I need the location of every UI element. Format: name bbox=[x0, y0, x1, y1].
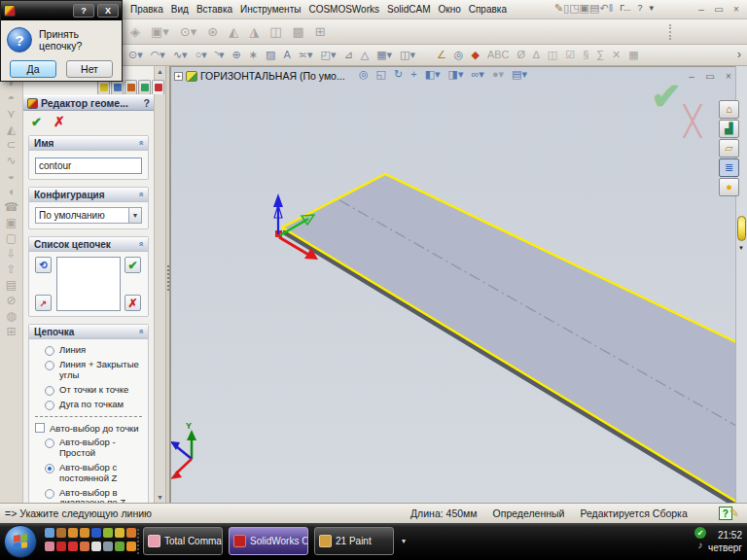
undo-chain-button[interactable]: ⟲ bbox=[35, 257, 52, 273]
quick-launch-icon[interactable] bbox=[126, 542, 136, 551]
cam-home-icon[interactable]: ⌂ bbox=[719, 100, 739, 119]
doc-restore-icon[interactable]: ▭ bbox=[703, 70, 717, 83]
tab-solidcam[interactable] bbox=[152, 80, 164, 94]
menu-item[interactable]: SolidCAM bbox=[383, 2, 434, 17]
minimize-icon[interactable]: – bbox=[694, 3, 708, 16]
cam-simulate-icon[interactable]: ⊞ bbox=[315, 25, 326, 38]
linear-pattern-icon[interactable]: ▦▾ bbox=[376, 50, 392, 60]
graphics-viewport[interactable]: Y Z X + ГОРИЗОНТАЛЬНАЯ (По умо... ◎◱↻+◧▾… bbox=[170, 66, 735, 503]
quick-launch-icon[interactable] bbox=[91, 528, 101, 538]
scroll-down-icon[interactable]: ▼ bbox=[155, 494, 165, 501]
cam-drill-icon[interactable]: ◫ bbox=[269, 25, 281, 38]
check-document-icon[interactable]: ☑ bbox=[565, 50, 575, 60]
print-icon[interactable]: ▤ bbox=[589, 3, 599, 14]
design-table-icon[interactable]: ▦ bbox=[628, 50, 638, 60]
cam-define-icon[interactable]: ◈ bbox=[130, 25, 140, 38]
feature-pattern-icon[interactable]: ▣ bbox=[6, 217, 17, 228]
delete-chain-button[interactable]: ✗ bbox=[124, 295, 141, 311]
move-up-icon[interactable]: ⇧ bbox=[6, 263, 16, 275]
cam-open-folder-icon[interactable]: ▱ bbox=[719, 139, 739, 158]
offset-entities-icon[interactable]: ⊿ bbox=[343, 50, 352, 60]
feature-tree-item[interactable]: + ГОРИЗОНТАЛЬНАЯ (По умо... bbox=[174, 70, 345, 82]
attach-icon[interactable]: ‖ bbox=[609, 3, 614, 14]
ok-icon[interactable]: ✔ bbox=[31, 115, 42, 129]
radio-option[interactable]: Авто-выбор в диапазоне по Z bbox=[45, 488, 144, 503]
toolbar-drag-handle[interactable] bbox=[669, 24, 673, 40]
equations-icon[interactable]: ∑ bbox=[596, 50, 604, 60]
quick-launch-icon[interactable] bbox=[45, 542, 54, 551]
name-input[interactable] bbox=[35, 158, 142, 174]
sketch-ellipse-icon[interactable]: ○▾ bbox=[196, 50, 207, 60]
view-orientation-icon[interactable]: ∞▾ bbox=[472, 69, 484, 80]
slope-tool-icon[interactable]: ∠ bbox=[437, 50, 446, 60]
sketch-fillet-icon[interactable]: ◝▾ bbox=[215, 50, 225, 60]
cam-gears-icon[interactable]: ⊛ bbox=[207, 25, 218, 38]
save-icon[interactable]: ▣ bbox=[580, 3, 589, 14]
pan-icon[interactable]: + bbox=[410, 69, 416, 80]
stats-icon[interactable]: § bbox=[583, 50, 588, 60]
chain-listbox[interactable] bbox=[56, 257, 121, 311]
yes-button[interactable]: Да bbox=[10, 60, 56, 78]
dialog-title-bar[interactable]: ? X bbox=[1, 1, 122, 20]
plate-face[interactable] bbox=[282, 174, 736, 501]
scroll-up-icon[interactable]: ▲ bbox=[155, 68, 165, 75]
zoom-area-icon[interactable]: ◱ bbox=[376, 69, 386, 80]
radio-icon[interactable] bbox=[45, 489, 54, 499]
menu-item[interactable]: Вид bbox=[167, 2, 193, 17]
taskbar-button[interactable]: Total Commander 7.5... bbox=[143, 527, 223, 555]
section-view-icon[interactable]: ▤ bbox=[6, 279, 17, 291]
radio-option[interactable]: От точки к точке bbox=[45, 385, 144, 396]
circle-ref-icon[interactable]: ◎ bbox=[454, 50, 464, 60]
sketch-point-icon[interactable]: ∗ bbox=[249, 50, 258, 60]
cam-target-icon[interactable]: ⊙▾ bbox=[180, 25, 196, 38]
confirm-cancel-icon[interactable]: ╳ bbox=[684, 104, 701, 138]
jump-point-button[interactable]: ↗ bbox=[35, 295, 52, 311]
help-dropdown-icon[interactable]: ▾ bbox=[649, 3, 654, 13]
toolbar-overflow-label[interactable]: Г... bbox=[620, 3, 630, 13]
panel-help-icon[interactable]: ? bbox=[144, 97, 150, 109]
smart-dimension-icon[interactable]: ≍▾ bbox=[299, 50, 313, 60]
cam-stock-icon[interactable]: ▣▾ bbox=[151, 25, 169, 38]
tab-configurations[interactable] bbox=[124, 80, 137, 94]
quick-launch-icon[interactable] bbox=[80, 542, 89, 551]
cam-simulation-icon[interactable]: ▟ bbox=[719, 120, 739, 138]
quick-launch-icon[interactable] bbox=[80, 528, 89, 538]
toolbar-overflow-icon[interactable]: › bbox=[737, 48, 741, 61]
appearance-icon[interactable]: ●▾ bbox=[492, 69, 504, 80]
quick-launch-icon[interactable] bbox=[103, 528, 113, 538]
cam-profile-icon[interactable]: ◭ bbox=[229, 25, 238, 38]
radio-option[interactable]: Авто-выбор с постоянной Z bbox=[45, 463, 144, 484]
checkbox-icon[interactable] bbox=[35, 423, 45, 433]
panel-scrollbar[interactable]: ▲ ▼ bbox=[154, 66, 165, 503]
sketch-polygon-icon[interactable]: ⊕ bbox=[232, 50, 241, 60]
radio-option[interactable]: Дуга по точкам bbox=[45, 400, 144, 410]
zoom-fit-icon[interactable]: ◎ bbox=[359, 69, 369, 80]
menu-item[interactable]: Инструменты bbox=[236, 2, 304, 17]
chevron-down-icon[interactable]: ▼ bbox=[128, 208, 141, 223]
copy-settings-icon[interactable]: ◫ bbox=[548, 50, 557, 60]
cancel-icon[interactable]: ✗ bbox=[53, 114, 65, 129]
quick-launch-icon[interactable] bbox=[115, 542, 124, 551]
confirm-accept-icon[interactable]: ✔ bbox=[651, 75, 682, 118]
scrollbar-thumb[interactable] bbox=[737, 216, 746, 241]
radio-option[interactable]: Линия + Закрытые углы bbox=[45, 360, 144, 381]
quick-launch-icon[interactable] bbox=[103, 542, 113, 551]
autoselect-checkbox-row[interactable]: Авто-выбор до точки bbox=[35, 423, 144, 434]
feature-rib-icon[interactable]: ∿ bbox=[6, 155, 16, 166]
quick-launch-icon[interactable] bbox=[68, 528, 78, 538]
scroll-down-icon[interactable]: ▼ bbox=[738, 245, 744, 251]
cam-display-options-icon[interactable]: ≣ bbox=[719, 158, 739, 177]
move-down-icon[interactable]: ⇩ bbox=[6, 248, 16, 260]
display-style-icon[interactable]: ◨▾ bbox=[448, 69, 464, 80]
restore-icon[interactable]: ▭ bbox=[712, 3, 726, 16]
rotate-view-icon[interactable]: ↻ bbox=[394, 69, 403, 80]
tab-cosmos[interactable] bbox=[138, 80, 151, 94]
collapse-chevron-icon[interactable]: » bbox=[135, 192, 145, 196]
accept-chain-button[interactable]: ✔ bbox=[124, 257, 141, 273]
quick-launch-icon[interactable] bbox=[126, 528, 136, 538]
open-file-icon[interactable]: ◳ bbox=[569, 3, 579, 14]
feature-draft-icon[interactable]: ◒ bbox=[8, 170, 15, 182]
feature-revolve-icon[interactable]: ◓ bbox=[8, 92, 15, 104]
cam-pocket-icon[interactable]: ◮ bbox=[249, 25, 259, 38]
feature-sweep-icon[interactable]: ⋎ bbox=[7, 108, 16, 120]
